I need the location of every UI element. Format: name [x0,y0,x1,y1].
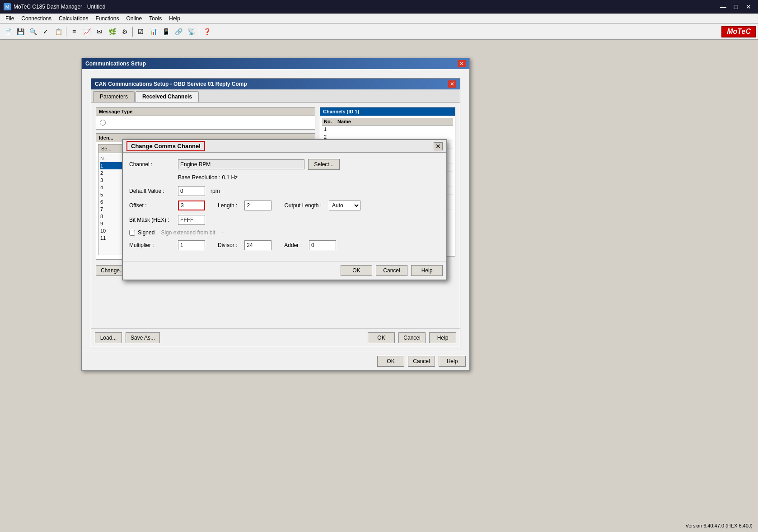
base-resolution-row: Base Resolution : 0.1 Hz [178,174,440,181]
channel-input[interactable]: Engine RPM [178,159,304,169]
signed-checkbox[interactable] [129,230,135,236]
menu-tools[interactable]: Tools [145,14,165,23]
offset-label: Offset : [129,202,174,209]
toolbar-sep2 [132,27,133,37]
toolbar-save[interactable]: 💾 [14,26,26,37]
dialog-ok-button[interactable]: OK [368,332,395,343]
channel-label: Channel : [129,161,174,168]
dialog-help-button[interactable]: Help [429,332,456,343]
outer-ok-button[interactable]: OK [377,356,404,367]
default-unit: rpm [211,188,220,194]
change-comms-ok[interactable]: OK [341,265,372,276]
toolbar-new[interactable]: 📄 [2,26,14,37]
divisor-label: Divisor : [218,242,237,248]
change-comms-body: Channel : Engine RPM Select... Base Reso… [123,153,446,261]
adder-label: Adder : [284,242,302,248]
adder-input[interactable] [309,240,336,250]
output-length-label: Output Length : [284,202,322,209]
channels-header: Channels (ID 1) [320,107,455,116]
toolbar-check[interactable]: ✓ [40,26,51,37]
close-button[interactable]: ✕ [743,2,754,11]
menu-connections[interactable]: Connections [18,14,55,23]
app-icon: M [4,3,11,10]
change-comms-btn-row: OK Cancel Help [123,261,446,280]
bit-mask-row: Bit Mask (HEX) : [129,215,440,225]
base-resolution-label: Base Resolution : [178,174,220,181]
toolbar-gear[interactable]: ⚙ [119,26,131,37]
multiplier-input[interactable] [178,240,205,250]
base-resolution-value: 0.1 Hz [222,174,238,181]
dialog-bottom-row: Load... Save As... OK Cancel Help [91,328,460,347]
offset-input[interactable] [178,201,205,210]
tab-bar: Parameters Received Channels [91,89,460,103]
signed-label: Signed [138,229,154,236]
menu-calculations[interactable]: Calculations [55,14,92,23]
change-comms-cancel[interactable]: Cancel [376,265,407,276]
app-title: MoTeC C185 Dash Manager - Untitled [14,4,715,10]
outer-cancel-button[interactable]: Cancel [408,356,435,367]
toolbar-mail[interactable]: ✉ [94,26,105,37]
message-type-radio[interactable] [100,120,311,126]
can-dialog-close[interactable]: ✕ [448,80,456,88]
comms-setup-titlebar: Communications Setup ✕ [82,58,469,69]
toolbar-help[interactable]: ❓ [201,26,213,37]
bit-mask-label: Bit Mask (HEX) : [129,217,174,223]
comms-setup-close[interactable]: ✕ [458,60,466,67]
dialog-cancel-button[interactable]: Cancel [398,332,426,343]
change-comms-close[interactable]: ✕ [434,142,443,150]
message-type-section: Message Type [96,107,315,130]
minimize-button[interactable]: — [717,2,729,11]
identified-label: Iden... [99,135,113,140]
channel-row-1[interactable]: 1 [322,126,453,133]
toolbar-antenna[interactable]: 📡 [185,26,197,37]
toolbar: 📄 💾 🔍 ✓ 📋 ≡ 📈 ✉ 🌿 ⚙ ☑ 📊 📱 🔗 📡 ❓ MoTeC [0,23,758,40]
channel-row: Channel : Engine RPM Select... [129,159,440,170]
change-comms-dialog: Change Comms Channel ✕ Channel : Engine … [122,139,447,280]
main-area: Communications Setup ✕ CAN Communication… [0,40,758,532]
default-value-input[interactable] [178,186,205,196]
signed-row: Signed Sign extended from bit - [129,229,440,236]
message-type-radio-input[interactable] [100,120,106,126]
toolbar-leaf[interactable]: 🌿 [106,26,118,37]
change-comms-titlebar: Change Comms Channel ✕ [123,140,446,153]
menu-online[interactable]: Online [122,14,145,23]
tab-received-channels[interactable]: Received Channels [136,91,199,102]
toolbar-book[interactable]: 📋 [52,26,64,37]
menu-file[interactable]: File [2,14,18,23]
toolbar-sep3 [199,27,199,37]
tab-parameters[interactable]: Parameters [93,91,135,102]
toolbar-link[interactable]: 🔗 [173,26,184,37]
maximize-button[interactable]: □ [730,2,742,11]
menu-functions[interactable]: Functions [92,14,122,23]
toolbar-search[interactable]: 🔍 [27,26,39,37]
divisor-input[interactable] [244,240,271,250]
toolbar-table[interactable]: 📊 [147,26,159,37]
bit-mask-input[interactable] [178,215,205,225]
offset-row: Offset : Length : Output Length : Auto 1… [129,201,440,210]
toolbar-chart[interactable]: 📈 [81,26,93,37]
change-comms-help[interactable]: Help [411,265,443,276]
multiplier-label: Multiplier : [129,242,174,248]
se-label: Se... [101,146,112,151]
can-dialog-title: CAN Communications Setup - OBD Service 0… [95,81,247,87]
menu-help[interactable]: Help [165,14,184,23]
motec-logo: MoTeC [721,26,756,37]
save-as-button[interactable]: Save As... [126,332,160,343]
output-length-select[interactable]: Auto 1 2 4 [329,201,360,210]
comms-setup-title: Communications Setup [85,61,146,67]
toolbar-sep1 [66,27,66,37]
outer-bottom-row: OK Cancel Help [82,352,469,370]
outer-help-button[interactable]: Help [439,356,466,367]
select-button[interactable]: Select... [308,159,340,170]
sign-extended-value: - [221,229,223,236]
toolbar-check2[interactable]: ☑ [135,26,146,37]
toolbar-device[interactable]: 📱 [160,26,172,37]
version-text: Version 6.40.47.0 (HEX 6.40J) [685,523,753,528]
toolbar-list[interactable]: ≡ [68,26,80,37]
menu-bar: File Connections Calculations Functions … [0,14,758,23]
title-bar: M MoTeC C185 Dash Manager - Untitled — □… [0,0,758,14]
message-type-header: Message Type [96,107,315,116]
load-button[interactable]: Load... [95,332,122,343]
length-input[interactable] [244,201,271,210]
default-value-label: Default Value : [129,188,174,194]
